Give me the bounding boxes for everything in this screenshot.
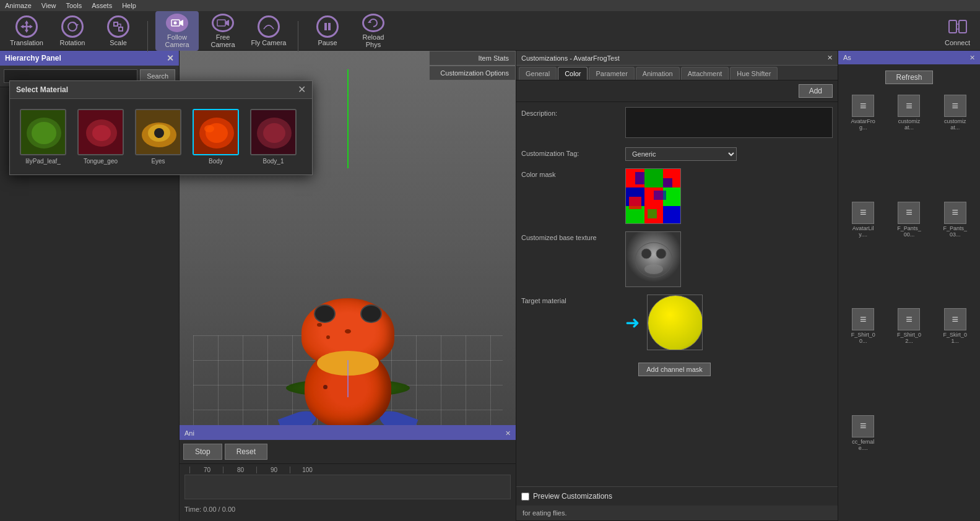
tab-color[interactable]: Color <box>558 67 588 80</box>
tab-parameter[interactable]: Parameter <box>589 67 634 80</box>
description-label: Description: <box>521 107 620 117</box>
tab-attachment[interactable]: Attachment <box>681 67 729 80</box>
timeline-num-80: 80 <box>223 467 256 473</box>
svg-point-55 <box>263 123 285 143</box>
menu-tools[interactable]: Tools <box>66 2 82 9</box>
svg-rect-17 <box>959 20 966 33</box>
description-textarea[interactable] <box>625 107 833 138</box>
file-item-fshirt02[interactable]: ≡ F_Shirt_02... <box>887 306 931 412</box>
file-item-ccfemale[interactable]: ≡ cc_female.... <box>841 413 885 519</box>
color-mask-control <box>625 168 833 224</box>
refresh-button[interactable]: Refresh <box>885 71 932 84</box>
file-item-fskirt01[interactable]: ≡ F_Skirt_01... <box>933 306 978 412</box>
item-stats-button[interactable]: Item Stats <box>429 51 516 66</box>
menu-animaze[interactable]: Animaze <box>5 2 32 9</box>
hierarchy-panel-close[interactable]: ✕ <box>167 53 174 63</box>
customizations-toolbar: Add <box>516 80 838 102</box>
frog-eye-left <box>314 304 336 323</box>
svg-marker-1 <box>25 30 28 33</box>
file-item-avatarlily[interactable]: ≡ AvatarLily.... <box>841 200 885 306</box>
translation-button[interactable]: Translation <box>5 11 48 51</box>
target-material-row: Target material ➜ <box>521 295 833 350</box>
stop-button[interactable]: Stop <box>183 444 222 460</box>
base-texture-preview[interactable] <box>625 231 681 287</box>
customizations-close[interactable]: ✕ <box>827 54 833 62</box>
assets-panel: As ✕ Refresh ≡ AvatarFrog... ≡ customiza… <box>838 51 980 521</box>
base-texture-row: Customized base texture <box>521 231 833 287</box>
svg-rect-29 <box>635 172 644 184</box>
description-panel: for eating flies. <box>516 506 838 521</box>
preview-customizations-row: Preview Customizations <box>516 486 838 506</box>
svg-rect-31 <box>629 197 641 209</box>
file-item-fpants00[interactable]: ≡ F_Pants_00... <box>887 200 931 306</box>
svg-rect-21 <box>644 169 663 187</box>
file-icon-customizat1: ≡ <box>898 95 920 117</box>
add-channel-mask-button[interactable]: Add channel mask <box>638 363 711 376</box>
mat-thumb-lilypaddleaf <box>20 109 66 155</box>
material-item-body1[interactable]: Body_1 <box>248 106 299 167</box>
file-icon-customizat2: ≡ <box>944 95 966 117</box>
material-item-body[interactable]: Body <box>190 106 241 167</box>
timeline-track[interactable] <box>184 475 511 499</box>
follow-camera-button[interactable]: Follow Camera <box>155 11 199 51</box>
reset-button[interactable]: Reset <box>225 444 267 460</box>
menu-assets[interactable]: Assets <box>92 2 112 9</box>
material-item-eyes[interactable]: Eyes <box>132 106 184 167</box>
anim-bar-header: Ani ✕ <box>180 426 516 440</box>
toolbar-buttons: Translation Rotation Scale Follow Camera <box>5 11 395 51</box>
svg-rect-11 <box>217 20 225 26</box>
file-grid: ≡ AvatarFrog... ≡ customizat... ≡ custom… <box>838 90 980 521</box>
target-material-control: ➜ <box>625 295 833 350</box>
connect-button[interactable]: Connect <box>940 13 975 49</box>
customization-options-button[interactable]: Customization Options <box>429 66 516 80</box>
scale-button[interactable]: Scale <box>97 11 140 51</box>
target-material-preview[interactable] <box>647 295 703 350</box>
tab-hue-shifter[interactable]: Hue Shifter <box>730 67 778 80</box>
fly-camera-button[interactable]: Fly Camera <box>247 11 290 51</box>
file-item-avatarfrog[interactable]: ≡ AvatarFrog... <box>841 93 885 199</box>
assets-panel-close[interactable]: ✕ <box>969 54 975 62</box>
assets-panel-header: As ✕ <box>838 51 980 64</box>
file-item-fshirt00[interactable]: ≡ F_Shirt_00... <box>841 306 885 412</box>
timeline: 70 80 90 100 <box>180 464 516 503</box>
timeline-num-100: 100 <box>290 467 323 473</box>
pause-button[interactable]: Pause <box>306 11 349 51</box>
svg-rect-7 <box>119 27 123 31</box>
menu-help[interactable]: Help <box>122 2 136 9</box>
customization-tag-select[interactable]: Generic <box>625 147 737 161</box>
svg-point-38 <box>644 264 663 274</box>
material-item-lilypaddleaf[interactable]: lilyPad_leaf_ <box>17 106 69 167</box>
file-icon-ccfemale: ≡ <box>852 415 874 437</box>
yellow-circle <box>648 295 703 350</box>
material-item-tonguegeo[interactable]: Tongue_geo <box>75 106 126 167</box>
file-item-fpants03[interactable]: ≡ F_Pants_03... <box>933 200 978 306</box>
add-button[interactable]: Add <box>799 84 833 98</box>
free-camera-icon <box>212 14 234 32</box>
svg-point-52 <box>204 125 214 132</box>
preview-customizations-checkbox[interactable] <box>521 493 529 501</box>
base-texture-svg <box>626 232 681 287</box>
color-mask-label: Color mask <box>521 168 620 178</box>
time-display: Time: 0.00 / 0.00 <box>180 503 516 515</box>
menu-view[interactable]: View <box>41 2 56 9</box>
tab-general[interactable]: General <box>519 67 557 80</box>
file-item-customizat2[interactable]: ≡ customizat... <box>933 93 978 199</box>
mat-thumb-body <box>193 109 239 155</box>
customizations-title: Customizations - AvatarFrogTest <box>521 54 620 62</box>
tab-animation[interactable]: Animation <box>636 67 680 80</box>
toolbar-separator-1 <box>147 21 148 52</box>
rotation-button[interactable]: Rotation <box>51 11 94 51</box>
reload-phys-button[interactable]: Reload Phys <box>352 11 395 51</box>
modal-title: Select Material <box>16 85 68 94</box>
frog-eye-right <box>360 304 382 323</box>
modal-close-button[interactable]: ✕ <box>298 85 306 95</box>
file-item-customizat1[interactable]: ≡ customizat... <box>887 93 931 199</box>
anim-bar-close[interactable]: ✕ <box>505 429 511 437</box>
rotation-icon <box>61 15 84 38</box>
svg-point-36 <box>641 249 651 259</box>
free-camera-button[interactable]: Free Camera <box>201 11 245 51</box>
side-buttons-container: Item Stats Customization Options <box>429 51 516 80</box>
color-mask-preview[interactable] <box>625 168 681 224</box>
svg-rect-34 <box>626 232 681 287</box>
file-icon-fpants00: ≡ <box>898 202 920 224</box>
